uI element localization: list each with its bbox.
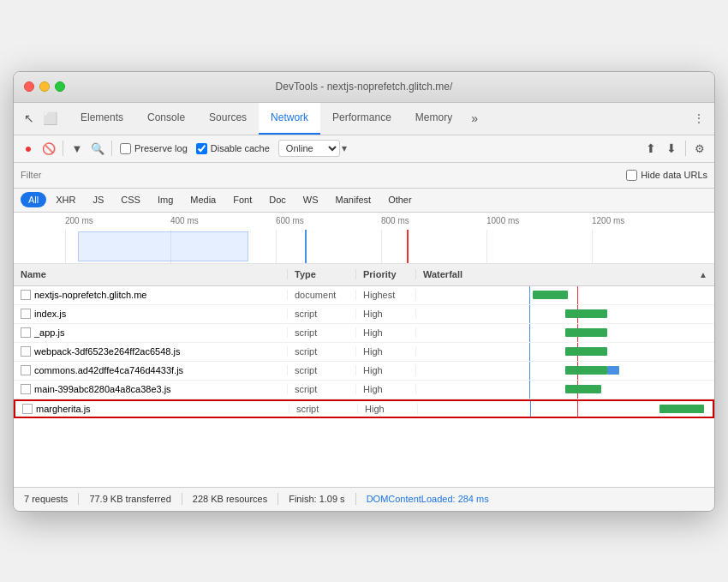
timeline-shaded-region: [78, 231, 248, 261]
type-filter-xhr[interactable]: XHR: [48, 192, 83, 207]
separator-1: [63, 141, 63, 156]
row-waterfall: [416, 343, 714, 361]
minimize-button[interactable]: [39, 81, 50, 92]
import-har-button[interactable]: ⬆: [641, 139, 660, 158]
table-header: Name Type Priority Waterfall ▲: [14, 264, 714, 286]
table-row[interactable]: index.js script High: [14, 305, 714, 324]
status-dom-content-loaded[interactable]: DOMContentLoaded: 284 ms: [367, 494, 489, 504]
file-icon: [21, 365, 31, 375]
row-waterfall: [416, 381, 714, 399]
timeline-label-600: 600 ms: [276, 216, 381, 225]
type-filter-doc[interactable]: Doc: [261, 192, 294, 207]
row-priority: High: [358, 404, 418, 414]
row-name: main-399abc8280a4a8ca38e3.js: [14, 384, 288, 394]
filter-button[interactable]: ▼: [68, 139, 87, 158]
hide-data-urls-label[interactable]: Hide data URLs: [626, 170, 707, 181]
maximize-button[interactable]: [55, 81, 65, 92]
search-button[interactable]: 🔍: [88, 139, 107, 158]
more-tabs-button[interactable]: »: [464, 103, 485, 135]
tab-elements[interactable]: Elements: [69, 103, 135, 135]
type-filter-img[interactable]: Img: [150, 192, 181, 207]
type-filter-media[interactable]: Media: [182, 192, 224, 207]
header-waterfall[interactable]: Waterfall ▲: [416, 269, 714, 279]
row-type: script: [289, 404, 358, 414]
timeline-red-line: [407, 230, 409, 263]
type-filter-other[interactable]: Other: [380, 192, 420, 207]
tab-console[interactable]: Console: [135, 103, 197, 135]
type-filter-js[interactable]: JS: [85, 192, 111, 207]
row-priority: High: [356, 384, 416, 394]
header-type[interactable]: Type: [288, 269, 356, 279]
tab-performance[interactable]: Performance: [320, 103, 403, 135]
table-row[interactable]: _app.js script High: [14, 324, 714, 343]
header-name[interactable]: Name: [14, 269, 288, 279]
row-name: commons.ad42dffe4ca746d4433f.js: [14, 365, 288, 375]
type-filter-css[interactable]: CSS: [113, 192, 148, 207]
clear-button[interactable]: 🚫: [39, 139, 58, 158]
timeline-labels: 200 ms 400 ms 600 ms 800 ms 1000 ms 1200…: [65, 216, 697, 225]
timeline-label-1000: 1000 ms: [486, 216, 592, 225]
row-type: script: [288, 309, 356, 319]
filter-input[interactable]: [21, 170, 89, 180]
devtools-menu-button[interactable]: ⋮: [687, 105, 711, 131]
status-resources: 228 KB resources: [193, 494, 267, 504]
row-priority: Highest: [356, 290, 416, 300]
hide-data-urls-text: Hide data URLs: [641, 170, 707, 180]
table-row[interactable]: webpack-3df6523e264ff2ac6548.js script H…: [14, 343, 714, 362]
settings-button[interactable]: ⚙: [690, 139, 709, 158]
table-row-highlighted[interactable]: margherita.js script High: [14, 399, 714, 418]
hide-data-urls-checkbox[interactable]: [626, 170, 637, 181]
row-type: script: [288, 384, 356, 394]
row-type: script: [288, 327, 356, 338]
network-throttle-select[interactable]: Online Fast 3G Slow 3G Offline: [278, 140, 340, 157]
file-icon: [22, 404, 33, 414]
file-icon: [21, 384, 31, 394]
preserve-log-label[interactable]: Preserve log: [120, 143, 188, 154]
waterfall-timeline: 200 ms 400 ms 600 ms 800 ms 1000 ms 1200…: [14, 213, 714, 264]
row-name: nextjs-noprefetch.glitch.me: [14, 290, 288, 300]
device-icon[interactable]: ⬜: [41, 110, 58, 127]
tabs-list: Elements Console Sources Network Perform…: [69, 103, 485, 135]
export-har-button[interactable]: ⬇: [662, 139, 681, 158]
file-icon: [21, 309, 31, 319]
row-type: script: [288, 365, 356, 375]
table-row[interactable]: main-399abc8280a4a8ca38e3.js script High: [14, 381, 714, 399]
type-filter-bar: All XHR JS CSS Img Media Font Doc WS Man…: [14, 189, 714, 213]
row-waterfall: [416, 324, 714, 342]
row-type: document: [288, 290, 356, 300]
timeline-blue-line: [305, 230, 307, 263]
table-row[interactable]: commons.ad42dffe4ca746d4433f.js script H…: [14, 362, 714, 381]
network-table: Name Type Priority Waterfall ▲ nextjs-no…: [14, 264, 714, 487]
status-finish: Finish: 1.09 s: [289, 494, 344, 504]
timeline-label-1200: 1200 ms: [592, 216, 697, 225]
status-separator: [78, 493, 79, 505]
file-icon: [21, 327, 31, 338]
status-transferred: 77.9 KB transferred: [89, 494, 170, 504]
row-waterfall: [416, 362, 714, 380]
cursor-icon[interactable]: ↖: [21, 110, 38, 127]
table-row[interactable]: nextjs-noprefetch.glitch.me document Hig…: [14, 286, 714, 305]
separator-2: [111, 141, 112, 156]
status-separator: [355, 493, 356, 505]
preserve-log-text: Preserve log: [134, 143, 188, 153]
header-priority[interactable]: Priority: [356, 269, 416, 279]
tab-network[interactable]: Network: [259, 103, 320, 135]
type-filter-font[interactable]: Font: [225, 192, 260, 207]
row-priority: High: [356, 327, 416, 338]
status-separator: [182, 493, 182, 505]
network-toolbar: ● 🚫 ▼ 🔍 Preserve log Disable cache Onlin…: [14, 135, 714, 163]
row-name: index.js: [14, 309, 288, 319]
disable-cache-checkbox[interactable]: [196, 143, 207, 154]
disable-cache-label[interactable]: Disable cache: [196, 143, 270, 154]
record-button[interactable]: ●: [19, 139, 38, 158]
type-filter-ws[interactable]: WS: [295, 192, 326, 207]
network-condition: Online Fast 3G Slow 3G Offline ▾: [278, 140, 347, 157]
table-empty-space: [14, 418, 714, 487]
type-filter-manifest[interactable]: Manifest: [328, 192, 379, 207]
close-button[interactable]: [24, 81, 34, 92]
file-icon: [21, 346, 31, 357]
tab-memory[interactable]: Memory: [403, 103, 464, 135]
preserve-log-checkbox[interactable]: [120, 143, 131, 154]
type-filter-all[interactable]: All: [21, 192, 46, 207]
tab-sources[interactable]: Sources: [197, 103, 259, 135]
